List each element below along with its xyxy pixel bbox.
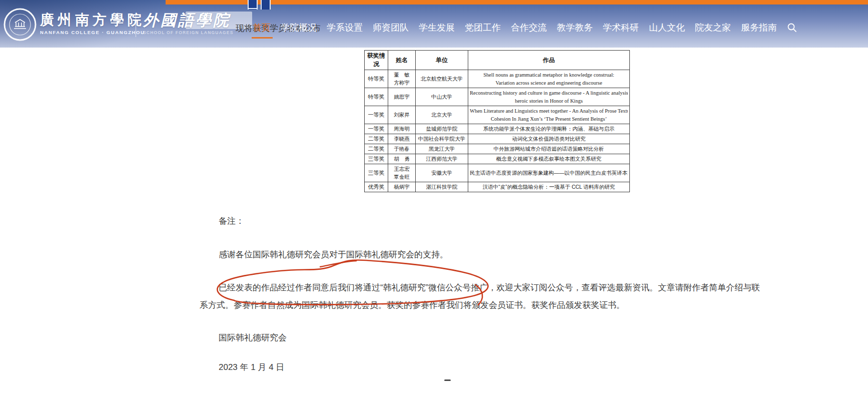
cell-text-line: 方称宇 [390,79,414,87]
nav-item-11[interactable]: 服务指南 [741,22,777,33]
table-row: 一等奖周海明盐城师范学院系统功能学派个体发生论的学理阐释：内涵、基础与启示 [365,124,630,134]
nav-item-1[interactable]: 学院概况 [281,22,317,33]
name-cell: 杨炳宇 [388,182,416,192]
cell-text-line: 湛江科技学院 [417,183,466,191]
table-header-row: 获奖情况姓名单位作品 [365,51,630,70]
nav-item-6[interactable]: 合作交流 [511,22,547,33]
school-name-zh: 外國語學院 [143,11,234,29]
school-name-block: 外國語學院 SCHOOL OF FOREIGN LANGUAGES [143,11,234,35]
cell-text-line: 刘家昇 [390,111,414,119]
cell-text-line: 王志宏 [390,165,414,173]
cell-text-line: Variation across science and engineering… [470,79,628,87]
main-navigation: 首页学院概况学系设置师资团队学生发展党团工作合作交流教学教务学术科研山人文化院友… [253,22,797,33]
search-icon[interactable] [787,23,797,33]
cell-text-line: heroic stories in Honor of Kings [470,97,628,105]
work-cell: When Literature and Linguistics meet tog… [468,106,630,124]
school-name-en: SCHOOL OF FOREIGN LANGUAGES [143,30,234,35]
cell-text-line: Shell nouns as grammatical metaphor in k… [470,71,628,79]
nav-item-2[interactable]: 学系设置 [327,22,363,33]
table-column-header: 作品 [468,51,630,70]
name-cell: 刘家昇 [388,106,416,124]
award-winners-table: 获奖情况姓名单位作品 特等奖董 敏方称宇北京航空航天大学Shell nouns … [364,50,630,192]
cell-text-line: Cohesion In Jiang Xun’s ‘The Present Sen… [470,115,628,123]
unit-cell: 盐城师范学院 [416,124,468,134]
award-cell: 特等奖 [365,70,388,88]
name-cell: 王志宏覃金旺 [388,164,416,182]
unit-cell: 安徽大学 [416,164,468,182]
table-column-header: 单位 [416,51,468,70]
cell-text-line: 中外旅游网站城市介绍语篇的话语策略对比分析 [470,145,628,153]
award-cell: 特等奖 [365,88,388,106]
thanks-line: 感谢各位国际韩礼德研究会员对于国际韩礼德研究会的支持。 [219,249,448,260]
nav-item-4[interactable]: 学生发展 [419,22,455,33]
table-row: 特等奖董 敏方称宇北京航空航天大学Shell nouns as grammati… [365,70,630,88]
work-cell: 概念意义视阈下多模态叙事绘本图文关系研究 [468,154,630,164]
unit-cell: 北京大学 [416,106,468,124]
cell-text-line: 动词化文体价值跨语类对比研究 [470,135,628,143]
cell-text-line: 中山大学 [417,93,466,101]
cell-text-line: 姚思宇 [390,93,414,101]
work-cell: 系统功能学派个体发生论的学理阐释：内涵、基础与启示 [468,124,630,134]
cell-text-line: 汉语中“皮”的概念隐喻分析：一项基于 CCL 语料库的研究 [470,183,628,191]
work-cell: Shell nouns as grammatical metaphor in k… [468,70,630,88]
cell-text-line: 李晓燕 [390,135,414,143]
work-cell: Reconstructing history and culture in ga… [468,88,630,106]
work-cell: 汉语中“皮”的概念隐喻分析：一项基于 CCL 语料库的研究 [468,182,630,192]
cell-text-line: 安徽大学 [417,169,466,177]
cell-text-line: 覃金旺 [390,173,414,181]
award-cell: 三等奖 [365,164,388,182]
cell-text-line: 系统功能学派个体发生论的学理阐释：内涵、基础与启示 [470,125,628,133]
name-cell: 李晓燕 [388,134,416,144]
bottom-mark-artifact [444,379,451,381]
unit-cell: 中国社会科学院大学 [416,134,468,144]
note-label: 备注： [219,215,244,227]
table-column-header: 姓名 [388,51,416,70]
cell-text-line: 北京大学 [417,111,466,119]
award-cell: 一等奖 [365,106,388,124]
paragraph-line-1: 已经发表的作品经过作者同意后我们将通过“韩礼德研究”微信公众号推广，欢迎大家订阅… [219,282,760,293]
nav-item-10[interactable]: 院友之家 [695,22,731,33]
work-cell: 民主话语中态度资源的国家形象建构——以中国的民主白皮书英译本为例 [468,164,630,182]
college-seal-logo[interactable] [3,8,37,42]
nav-item-8[interactable]: 学术科研 [603,22,639,33]
college-name-zh: 廣州南方學院 [40,13,145,28]
table-row: 二等奖于艳春黑龙江大学中外旅游网站城市介绍语篇的话语策略对比分析 [365,144,630,154]
name-cell: 董 敏方称宇 [388,70,416,88]
table-row: 三等奖王志宏覃金旺安徽大学民主话语中态度资源的国家形象建构——以中国的民主白皮书… [365,164,630,182]
cell-text-line: 民主话语中态度资源的国家形象建构——以中国的民主白皮书英译本为例 [470,169,628,177]
nav-item-5[interactable]: 党团工作 [465,22,501,33]
work-cell: 中外旅游网站城市介绍语篇的话语策略对比分析 [468,144,630,154]
cell-text-line: 盐城师范学院 [417,125,466,133]
signature-line: 国际韩礼德研究会 [219,332,287,343]
nav-item-3[interactable]: 师资团队 [373,22,409,33]
nav-item-0[interactable]: 首页 [253,22,271,33]
award-cell: 二等奖 [365,134,388,144]
work-cell: 动词化文体价值跨语类对比研究 [468,134,630,144]
cell-text-line: 黑龙江大学 [417,145,466,153]
award-cell: 三等奖 [365,154,388,164]
cell-text-line: 概念意义视阈下多模态叙事绘本图文关系研究 [470,155,628,163]
table-column-header: 获奖情况 [365,51,388,70]
award-cell: 一等奖 [365,124,388,134]
unit-cell: 黑龙江大学 [416,144,468,154]
active-nav-underline [252,37,273,39]
table-row: 特等奖姚思宇中山大学Reconstructing history and cul… [365,88,630,106]
table-row: 三等奖胡 勇江西师范大学概念意义视阈下多模态叙事绘本图文关系研究 [365,154,630,164]
paragraph-line-2: 系方式。参赛作者自然成为国际韩礼德研究会员。获奖的参赛作者我们将颁发会员证书。获… [200,299,625,311]
unit-cell: 湛江科技学院 [416,182,468,192]
cell-text-line: 胡 勇 [390,155,414,163]
college-name-block: 廣州南方學院 NANFANG COLLEGE · GUANGZHOU [40,13,145,35]
cell-text-line: 周海明 [390,125,414,133]
cell-text-line: 江西师范大学 [417,155,466,163]
site-header: 廣州南方學院 NANFANG COLLEGE · GUANGZHOU 外國語學院… [0,0,868,48]
cell-text-line: Reconstructing history and culture in ga… [470,89,628,97]
cell-text-line: When Literature and Linguistics meet tog… [470,107,628,115]
table-row: 优秀奖杨炳宇湛江科技学院汉语中“皮”的概念隐喻分析：一项基于 CCL 语料库的研… [365,182,630,192]
nav-item-9[interactable]: 山人文化 [649,22,685,33]
cell-text-line: 董 敏 [390,71,414,79]
unit-cell: 北京航空航天大学 [416,70,468,88]
unit-cell: 中山大学 [416,88,468,106]
cell-text-line: 中国社会科学院大学 [417,135,466,143]
table-row: 一等奖刘家昇北京大学When Literature and Linguistic… [365,106,630,124]
nav-item-7[interactable]: 教学教务 [557,22,593,33]
